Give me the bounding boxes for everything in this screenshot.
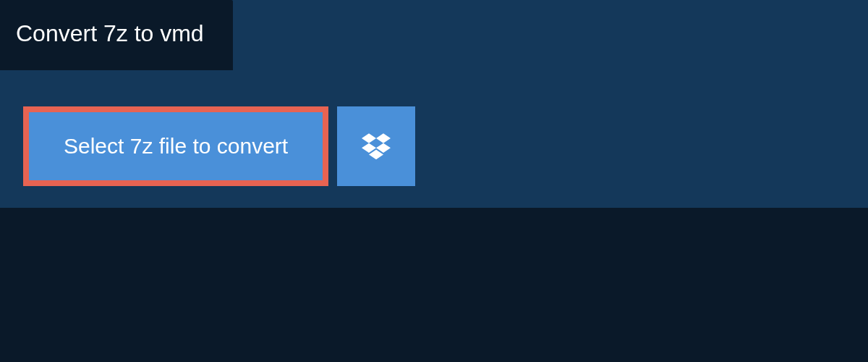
tab-container: Convert 7z to vmd — [0, 0, 868, 70]
button-row: Select 7z file to convert — [0, 70, 868, 186]
select-file-button[interactable]: Select 7z file to convert — [23, 106, 328, 186]
tab-label: Convert 7z to vmd — [16, 20, 204, 46]
tab-convert[interactable]: Convert 7z to vmd — [0, 0, 233, 70]
select-file-label: Select 7z file to convert — [64, 134, 288, 159]
dropbox-button[interactable] — [337, 106, 415, 186]
converter-panel: Convert 7z to vmd Select 7z file to conv… — [0, 0, 868, 208]
dropbox-icon — [362, 131, 391, 162]
